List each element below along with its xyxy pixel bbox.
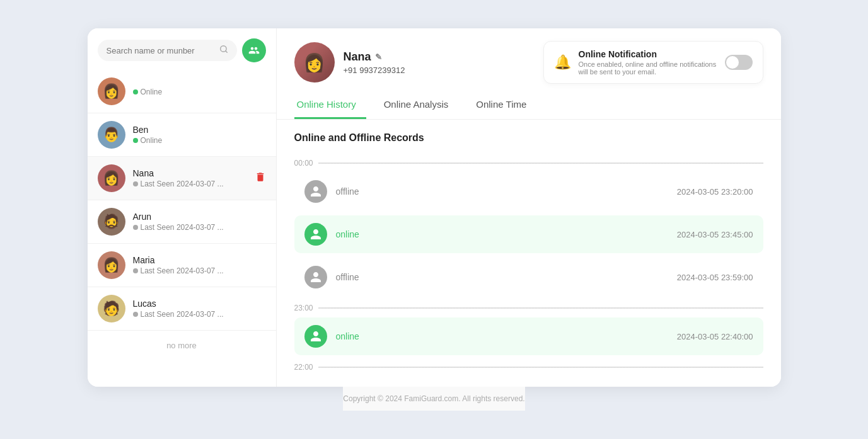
user-name-text: Nana [344,50,371,64]
search-input[interactable] [107,46,216,55]
notification-description: Once enabled, online and offline notific… [579,60,717,76]
record-status-text: online [336,229,668,239]
avatar: 🧔 [98,208,125,236]
status-label: Last Seen 2024-03-07 ... [141,180,224,188]
svg-line-1 [225,51,227,53]
contact-item[interactable]: 👩 Maria Last Seen 2024-03-07 ... [88,244,276,287]
contact-info: Online [133,86,266,96]
contact-name: Ben [133,125,266,135]
main-container: 👩 Online 👨 Ben Online [88,28,781,387]
record-status-text: offline [336,272,668,282]
notification-box: 🔔 Online Notification Once enabled, onli… [543,41,763,84]
no-more-label: no more [88,331,276,360]
record-row-offline: offline 2024-03-05 23:20:00 [294,173,763,210]
record-timestamp: 2024-03-05 23:45:00 [677,230,753,239]
contact-info: Nana Last Seen 2024-03-07 ... [133,168,247,188]
user-avatar-image: 👩 [294,42,335,83]
record-row-online: online 2024-03-05 22:40:00 [294,317,763,355]
status-label: Last Seen 2024-03-07 ... [141,310,224,319]
records-section-title: Online and Offline Records [294,132,763,144]
tabs-row: Online History Online Analysis Online Ti… [277,84,781,120]
search-icon [219,45,228,56]
tab-online-analysis[interactable]: Online Analysis [381,94,459,119]
status-dot-online [133,138,138,143]
record-timestamp: 2024-03-05 23:20:00 [677,187,753,197]
search-box [98,40,237,61]
timeline: 00:00 offline 2024-03-05 23:20:00 [294,154,763,374]
avatar: 👩 [98,164,125,192]
status-dot-offline [133,225,138,230]
search-row [88,38,276,70]
notification-toggle[interactable] [725,55,753,70]
contact-status: Online [133,136,266,145]
contact-item[interactable]: 👩 Online [88,70,276,113]
status-label: Online [141,88,163,96]
record-row-offline: offline 2024-03-05 23:59:00 [294,258,763,296]
contact-info: Ben Online [133,125,266,145]
contact-item[interactable]: 🧔 Arun Last Seen 2024-03-07 ... [88,200,276,244]
contact-status: Online [133,88,266,96]
record-row-online: online 2024-03-05 23:45:00 [294,215,763,253]
notification-text-block: Online Notification Once enabled, online… [579,49,717,76]
record-status-text: online [336,331,668,341]
status-label: Last Seen 2024-03-07 ... [141,266,224,275]
tab-online-time[interactable]: Online Time [473,94,536,119]
contact-name: Lucas [133,299,266,309]
time-label-text: 23:00 [294,304,313,312]
footer-text: Copyright © 2024 FamiGuard.com. All righ… [343,394,524,403]
record-avatar-offline [304,180,327,203]
status-label: Online [141,136,163,145]
contact-status: Last Seen 2024-03-07 ... [133,180,247,188]
contact-name: Maria [133,255,266,265]
tab-online-history[interactable]: Online History [294,94,366,119]
time-label-0000: 00:00 [294,154,763,170]
avatar: 👩 [98,251,125,279]
contact-list: 👩 Online 👨 Ben Online [88,70,276,387]
contact-name: Arun [133,212,266,222]
right-panel: 👩 Nana ✎ +91 9937239312 🔔 Online Notific… [277,28,781,387]
record-avatar-online [304,223,327,246]
status-dot-online [133,89,138,94]
avatar: 👩 [98,77,125,105]
contact-status: Last Seen 2024-03-07 ... [133,310,266,319]
user-header: 👩 Nana ✎ +91 9937239312 [294,42,405,83]
contact-status: Last Seen 2024-03-07 ... [133,223,266,232]
contact-status: Last Seen 2024-03-07 ... [133,266,266,275]
status-dot-offline [133,268,138,273]
time-label-2200: 22:00 [294,358,763,374]
status-label: Last Seen 2024-03-07 ... [141,223,224,232]
record-timestamp: 2024-03-05 23:59:00 [677,273,753,282]
content-area: Online and Offline Records 00:00 offline… [277,120,781,387]
left-panel: 👩 Online 👨 Ben Online [88,28,277,387]
status-dot-offline [133,181,138,186]
time-label-text: 22:00 [294,363,313,372]
time-label-2300: 23:00 [294,299,763,315]
time-label-text: 00:00 [294,159,313,168]
add-contact-button[interactable] [242,38,266,62]
edit-icon[interactable]: ✎ [375,52,382,62]
contact-name: Nana [133,168,247,178]
user-phone: +91 9937239312 [344,66,405,75]
delete-icon[interactable] [255,171,266,185]
contact-info: Arun Last Seen 2024-03-07 ... [133,212,266,232]
contact-info: Maria Last Seen 2024-03-07 ... [133,255,266,275]
record-avatar-offline [304,266,327,288]
contact-info: Lucas Last Seen 2024-03-07 ... [133,299,266,319]
footer: Copyright © 2024 FamiGuard.com. All righ… [343,387,524,411]
contact-item-nana[interactable]: 👩 Nana Last Seen 2024-03-07 ... [88,157,276,200]
record-avatar-online [304,325,327,348]
avatar: 🧑 [98,295,125,322]
status-dot-offline [133,312,138,317]
contact-item[interactable]: 👨 Ben Online [88,113,276,157]
user-name: Nana ✎ [344,50,405,64]
record-timestamp: 2024-03-05 22:40:00 [677,332,753,341]
header-section: 👩 Nana ✎ +91 9937239312 🔔 Online Notific… [277,28,781,84]
notification-title: Online Notification [579,49,717,59]
avatar: 👨 [98,121,125,149]
contact-item[interactable]: 🧑 Lucas Last Seen 2024-03-07 ... [88,287,276,331]
user-avatar-large: 👩 [294,42,335,83]
user-header-info: Nana ✎ +91 9937239312 [344,50,405,75]
record-status-text: offline [336,186,668,197]
bell-icon: 🔔 [554,54,571,71]
